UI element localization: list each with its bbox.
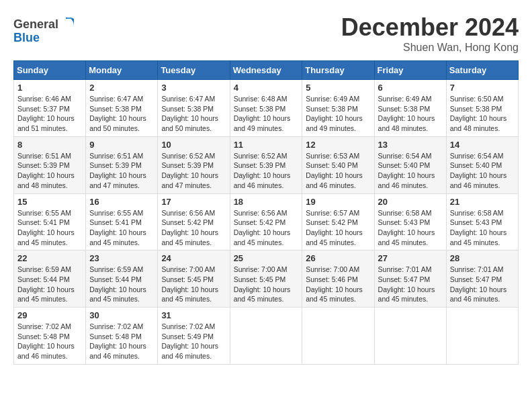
calendar-table: Sunday Monday Tuesday Wednesday Thursday… (13, 60, 519, 365)
col-wednesday: Wednesday (230, 61, 302, 80)
day-info: Sunrise: 6:58 AM Sunset: 5:43 PM Dayligh… (378, 208, 443, 248)
title-area: December 2024 Shuen Wan, Hong Kong (341, 13, 519, 54)
day-info: Sunrise: 6:55 AM Sunset: 5:41 PM Dayligh… (17, 208, 82, 248)
day-number: 11 (234, 140, 299, 150)
day-number: 13 (378, 140, 443, 150)
calendar-day-cell: 24 Sunrise: 7:00 AM Sunset: 5:45 PM Dayl… (158, 250, 230, 308)
day-number: 2 (89, 83, 154, 93)
day-info: Sunrise: 7:00 AM Sunset: 5:45 PM Dayligh… (161, 265, 226, 304)
calendar-day-cell: 1 Sunrise: 6:46 AM Sunset: 5:37 PM Dayli… (14, 80, 86, 137)
day-number: 12 (306, 140, 370, 150)
day-info: Sunrise: 6:53 AM Sunset: 5:40 PM Dayligh… (306, 151, 370, 191)
day-number: 23 (89, 253, 154, 263)
day-number: 10 (161, 140, 226, 150)
day-info: Sunrise: 7:00 AM Sunset: 5:46 PM Dayligh… (306, 265, 370, 304)
calendar-day-cell: 13 Sunrise: 6:54 AM Sunset: 5:40 PM Dayl… (374, 136, 446, 193)
day-number: 21 (450, 197, 515, 207)
calendar-day-cell: 3 Sunrise: 6:47 AM Sunset: 5:38 PM Dayli… (158, 80, 230, 137)
calendar-day-cell: 29 Sunrise: 7:02 AM Sunset: 5:48 PM Dayl… (14, 308, 86, 365)
day-info: Sunrise: 6:46 AM Sunset: 5:37 PM Dayligh… (17, 94, 82, 134)
calendar-day-cell: 10 Sunrise: 6:52 AM Sunset: 5:39 PM Dayl… (158, 136, 230, 193)
day-number: 15 (17, 197, 82, 207)
calendar-day-cell: 16 Sunrise: 6:55 AM Sunset: 5:41 PM Dayl… (86, 193, 158, 250)
day-info: Sunrise: 6:59 AM Sunset: 5:44 PM Dayligh… (17, 265, 82, 304)
week-row-1: 1 Sunrise: 6:46 AM Sunset: 5:37 PM Dayli… (14, 80, 519, 137)
day-info: Sunrise: 7:00 AM Sunset: 5:45 PM Dayligh… (234, 265, 299, 304)
calendar-day-cell: 31 Sunrise: 7:02 AM Sunset: 5:49 PM Dayl… (158, 308, 230, 365)
calendar-day-cell: 5 Sunrise: 6:49 AM Sunset: 5:38 PM Dayli… (302, 80, 374, 137)
day-info: Sunrise: 7:02 AM Sunset: 5:49 PM Dayligh… (161, 322, 226, 361)
col-friday: Friday (374, 61, 446, 80)
logo: General Blue (13, 13, 81, 51)
page-header: General Blue December 2024 Shuen Wan, Ho… (13, 13, 519, 54)
calendar-day-cell: 4 Sunrise: 6:48 AM Sunset: 5:38 PM Dayli… (230, 80, 302, 137)
svg-text:General: General (13, 17, 58, 31)
day-number: 19 (306, 197, 370, 207)
day-number: 20 (378, 197, 443, 207)
day-info: Sunrise: 6:58 AM Sunset: 5:43 PM Dayligh… (450, 208, 515, 248)
day-number: 4 (234, 83, 299, 93)
day-info: Sunrise: 6:56 AM Sunset: 5:42 PM Dayligh… (161, 208, 226, 248)
calendar-day-cell: 6 Sunrise: 6:49 AM Sunset: 5:38 PM Dayli… (374, 80, 446, 137)
day-number: 7 (450, 83, 515, 93)
day-number: 27 (378, 253, 443, 263)
day-info: Sunrise: 6:50 AM Sunset: 5:38 PM Dayligh… (450, 94, 515, 134)
day-number: 26 (306, 253, 370, 263)
day-number: 30 (89, 310, 154, 320)
weekday-header-row: Sunday Monday Tuesday Wednesday Thursday… (14, 61, 519, 80)
calendar-day-cell: 11 Sunrise: 6:52 AM Sunset: 5:39 PM Dayl… (230, 136, 302, 193)
day-number: 14 (450, 140, 515, 150)
calendar-day-cell: 14 Sunrise: 6:54 AM Sunset: 5:40 PM Dayl… (446, 136, 518, 193)
day-number: 1 (17, 83, 82, 93)
day-info: Sunrise: 7:01 AM Sunset: 5:47 PM Dayligh… (378, 265, 443, 304)
calendar-day-cell: 8 Sunrise: 6:51 AM Sunset: 5:39 PM Dayli… (14, 136, 86, 193)
day-number: 17 (161, 197, 226, 207)
day-info: Sunrise: 6:47 AM Sunset: 5:38 PM Dayligh… (89, 94, 154, 134)
col-monday: Monday (86, 61, 158, 80)
location: Shuen Wan, Hong Kong (341, 42, 519, 54)
calendar-day-cell (446, 308, 518, 365)
calendar-day-cell: 22 Sunrise: 6:59 AM Sunset: 5:44 PM Dayl… (14, 250, 86, 308)
day-info: Sunrise: 6:48 AM Sunset: 5:38 PM Dayligh… (234, 94, 299, 134)
calendar-day-cell: 26 Sunrise: 7:00 AM Sunset: 5:46 PM Dayl… (302, 250, 374, 308)
week-row-5: 29 Sunrise: 7:02 AM Sunset: 5:48 PM Dayl… (14, 308, 519, 365)
calendar-day-cell: 18 Sunrise: 6:56 AM Sunset: 5:42 PM Dayl… (230, 193, 302, 250)
calendar-day-cell: 27 Sunrise: 7:01 AM Sunset: 5:47 PM Dayl… (374, 250, 446, 308)
day-number: 3 (161, 83, 226, 93)
day-info: Sunrise: 6:55 AM Sunset: 5:41 PM Dayligh… (89, 208, 154, 248)
calendar-day-cell: 20 Sunrise: 6:58 AM Sunset: 5:43 PM Dayl… (374, 193, 446, 250)
calendar-day-cell: 30 Sunrise: 7:02 AM Sunset: 5:48 PM Dayl… (86, 308, 158, 365)
day-number: 25 (234, 253, 299, 263)
day-number: 18 (234, 197, 299, 207)
week-row-3: 15 Sunrise: 6:55 AM Sunset: 5:41 PM Dayl… (14, 193, 519, 250)
week-row-4: 22 Sunrise: 6:59 AM Sunset: 5:44 PM Dayl… (14, 250, 519, 308)
calendar-day-cell: 17 Sunrise: 6:56 AM Sunset: 5:42 PM Dayl… (158, 193, 230, 250)
day-info: Sunrise: 6:51 AM Sunset: 5:39 PM Dayligh… (89, 151, 154, 191)
svg-text:Blue: Blue (13, 31, 40, 44)
day-info: Sunrise: 6:49 AM Sunset: 5:38 PM Dayligh… (378, 94, 443, 134)
calendar-day-cell: 19 Sunrise: 6:57 AM Sunset: 5:42 PM Dayl… (302, 193, 374, 250)
day-info: Sunrise: 7:02 AM Sunset: 5:48 PM Dayligh… (89, 322, 154, 361)
calendar-day-cell: 28 Sunrise: 7:01 AM Sunset: 5:47 PM Dayl… (446, 250, 518, 308)
day-info: Sunrise: 7:01 AM Sunset: 5:47 PM Dayligh… (450, 265, 515, 304)
col-thursday: Thursday (302, 61, 374, 80)
calendar-day-cell: 9 Sunrise: 6:51 AM Sunset: 5:39 PM Dayli… (86, 136, 158, 193)
calendar-day-cell: 12 Sunrise: 6:53 AM Sunset: 5:40 PM Dayl… (302, 136, 374, 193)
day-info: Sunrise: 6:51 AM Sunset: 5:39 PM Dayligh… (17, 151, 82, 191)
calendar-day-cell: 15 Sunrise: 6:55 AM Sunset: 5:41 PM Dayl… (14, 193, 86, 250)
calendar-day-cell (374, 308, 446, 365)
day-info: Sunrise: 6:54 AM Sunset: 5:40 PM Dayligh… (378, 151, 443, 191)
day-info: Sunrise: 6:47 AM Sunset: 5:38 PM Dayligh… (161, 94, 226, 134)
col-saturday: Saturday (446, 61, 518, 80)
calendar-day-cell (302, 308, 374, 365)
day-number: 6 (378, 83, 443, 93)
logo-general: General Blue (13, 13, 81, 51)
day-number: 31 (161, 310, 226, 320)
day-info: Sunrise: 7:02 AM Sunset: 5:48 PM Dayligh… (17, 322, 82, 361)
day-info: Sunrise: 6:52 AM Sunset: 5:39 PM Dayligh… (234, 151, 299, 191)
day-number: 5 (306, 83, 370, 93)
day-number: 24 (161, 253, 226, 263)
calendar-day-cell: 21 Sunrise: 6:58 AM Sunset: 5:43 PM Dayl… (446, 193, 518, 250)
col-sunday: Sunday (14, 61, 86, 80)
day-number: 9 (89, 140, 154, 150)
